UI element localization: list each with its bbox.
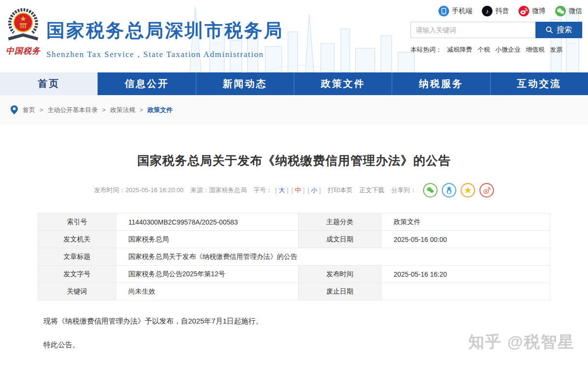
wechat-icon [555, 6, 566, 16]
body-paragraph: 现将《纳税缴费信用管理办法》予以发布，自2025年7月1日起施行。 [43, 317, 588, 326]
site-logo[interactable]: 中国税务 [3, 8, 43, 56]
share-wechat-icon [425, 185, 436, 196]
table-row: 索引号 11440300MB2C99578A/2025-00583 主题分类 政… [38, 213, 550, 231]
info-label: 文章标题 [38, 248, 116, 266]
breadcrumb-laws[interactable]: 政策法规 [110, 106, 135, 114]
article-source: 来源：国家税务总局 [191, 186, 247, 195]
article-body: 现将《纳税缴费信用管理办法》予以发布，自2025年7月1日起施行。 特此公告。 [43, 317, 588, 350]
table-row: 文章标题 国家税务总局关于发布《纳税缴费信用管理办法》的公告 [38, 248, 550, 266]
info-label: 主题分类 [299, 213, 382, 231]
font-size-small-button[interactable]: [ 小 ] [308, 186, 321, 195]
info-value: 2025-05-16 16:20 [382, 266, 550, 283]
quick-link-douyin[interactable]: ♪ 抖音 [482, 6, 509, 16]
mobile-icon [438, 6, 449, 16]
info-label: 发布时间 [299, 266, 382, 283]
quick-link-label: 手机端 [452, 7, 472, 15]
hot-words-label: 本站热词： [410, 45, 442, 54]
search-input[interactable] [410, 22, 535, 38]
table-row: 发文机关 国家税务总局 成文日期 2025-05-16 00:00 [38, 231, 550, 248]
weibo-icon [519, 6, 529, 16]
breadcrumb-separator: > [40, 106, 43, 113]
share-qq-button[interactable] [442, 183, 456, 198]
nav-item-news[interactable]: 新闻动态 [196, 72, 294, 95]
info-label: 索引号 [38, 213, 116, 231]
share-qzone-button[interactable] [461, 183, 475, 198]
breadcrumb-separator: > [102, 106, 106, 113]
info-label: 成文日期 [299, 231, 382, 248]
header-right-panel: 手机端 ♪ 抖音 微博 [410, 6, 582, 54]
quick-link-wechat[interactable]: 微信 [555, 6, 582, 16]
search-button-label: 搜索 [557, 25, 572, 35]
font-size-medium-button[interactable]: [ 中 ] [291, 186, 305, 195]
search-icon [546, 26, 553, 34]
info-value: 国家税务总局 [116, 231, 299, 248]
nav-item-tax-services[interactable]: 纳税服务 [392, 72, 490, 95]
font-size-large-button[interactable]: [ 大 ] [275, 186, 289, 195]
body-paragraph: 特此公告。 [43, 340, 588, 350]
info-label: 废止日期 [299, 283, 382, 300]
info-value: 尚未生效 [116, 283, 299, 300]
location-pin-icon [11, 105, 18, 114]
info-value: 国家税务总局关于发布《纳税缴费信用管理办法》的公告 [116, 248, 550, 266]
font-size-controls: 字号： [ 大 ] [ 中 ] [ 小 ] [254, 186, 321, 195]
font-size-label: 字号： [254, 186, 273, 195]
info-value [382, 283, 550, 300]
breadcrumb-bar: 首页 > 主动公开基本目录 > 政策法规 > 政策文件 [0, 95, 588, 125]
quick-link-mobile[interactable]: 手机端 [438, 6, 472, 16]
print-page-button[interactable]: 打印本页 [328, 186, 353, 195]
nav-item-policy-documents[interactable]: 政策文件 [294, 72, 392, 95]
share-weibo-button[interactable] [479, 183, 494, 198]
publish-time: 发布时间：2025-05-16 16:20:00 [94, 186, 184, 195]
hot-word-link[interactable]: 减税降费 [447, 45, 472, 54]
search-bar: 搜索 [410, 22, 582, 38]
quick-link-label: 微信 [569, 7, 582, 15]
douyin-icon: ♪ [482, 6, 492, 16]
site-title-block: 国家税务总局深圳市税务局 Shenzhen Tax Service，State … [46, 18, 284, 60]
breadcrumb-catalog[interactable]: 主动公开基本目录 [48, 106, 98, 114]
info-value: 国家税务总局公告2025年第12号 [116, 266, 299, 283]
table-row: 发文字号 国家税务总局公告2025年第12号 发布时间 2025-05-16 1… [38, 266, 550, 283]
hot-word-link[interactable]: 个税 [478, 45, 490, 54]
info-value: 2025-05-16 00:00 [382, 231, 550, 248]
quick-link-label: 微博 [532, 7, 546, 15]
share-wechat-button[interactable] [423, 183, 438, 198]
share-buttons [423, 183, 494, 198]
quick-link-weibo[interactable]: 微博 [519, 6, 546, 16]
publish-time-label: 发布时间： [94, 186, 125, 194]
main-nav: 首页 信息公开 新闻动态 政策文件 纳税服务 互动交流 [0, 72, 588, 95]
breadcrumb-current: 政策文件 [148, 106, 173, 114]
nav-item-home[interactable]: 首页 [0, 72, 97, 95]
table-row: 关键词 尚未生效 废止日期 [38, 283, 550, 300]
logo-calligraphy-text: 中国税务 [3, 45, 43, 56]
hot-words-bar: 本站热词： 减税降费 个税 小微企业 增值税 发票 [410, 45, 582, 54]
site-header: 中国税务 国家税务总局深圳市税务局 Shenzhen Tax Service，S… [0, 0, 588, 72]
douyin-note-glyph: ♪ [486, 8, 489, 15]
breadcrumb-home[interactable]: 首页 [23, 106, 35, 114]
source-label: 来源： [191, 186, 209, 194]
download-text-button[interactable]: 正文下载 [359, 186, 384, 195]
site-title-cn: 国家税务总局深圳市税务局 [46, 18, 284, 43]
share-label: 分享到： [391, 186, 416, 195]
hot-word-link[interactable]: 小微企业 [495, 45, 520, 54]
publish-time-value: 2025-05-16 16:20:00 [125, 186, 184, 194]
source-value: 国家税务总局 [209, 186, 247, 194]
search-button[interactable]: 搜索 [535, 22, 582, 38]
article-content: 国家税务总局关于发布《纳税缴费信用管理办法》的公告 发布时间：2025-05-1… [0, 125, 588, 350]
hot-word-link[interactable]: 发票 [550, 45, 562, 54]
site-title-en: Shenzhen Tax Service，State Taxation Admi… [46, 49, 284, 60]
info-value: 政策文件 [382, 213, 550, 231]
document-info-table: 索引号 11440300MB2C99578A/2025-00583 主题分类 政… [38, 213, 550, 300]
nav-item-info-disclosure[interactable]: 信息公开 [97, 72, 195, 95]
nav-item-interaction[interactable]: 互动交流 [490, 72, 588, 95]
share-weibo-icon [481, 185, 492, 196]
quick-links: 手机端 ♪ 抖音 微博 [410, 6, 582, 16]
quick-link-label: 抖音 [495, 7, 509, 15]
info-label: 关键词 [38, 283, 116, 300]
info-label: 发文字号 [38, 266, 116, 283]
share-qzone-star-icon [463, 185, 473, 196]
info-value: 11440300MB2C99578A/2025-00583 [116, 213, 299, 231]
article-title: 国家税务总局关于发布《纳税缴费信用管理办法》的公告 [0, 153, 588, 169]
breadcrumb-separator: > [139, 106, 143, 113]
hot-word-link[interactable]: 增值税 [526, 45, 545, 54]
info-label: 发文机关 [38, 231, 116, 248]
